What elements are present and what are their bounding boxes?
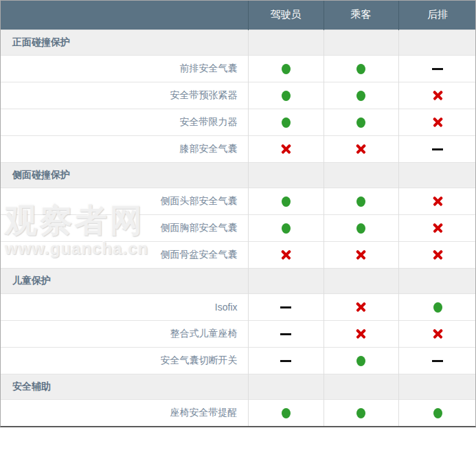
section-empty-cell [248, 162, 324, 188]
table-row: 侧面头部安全气囊 [1, 188, 476, 214]
available-dot-icon [356, 64, 365, 74]
unavailable-cross-icon [355, 328, 367, 340]
unavailable-cross-icon [432, 328, 444, 340]
not-applicable-dash-icon [432, 360, 443, 362]
unavailable-cross-icon [432, 223, 444, 234]
unavailable-cross-icon [432, 196, 444, 207]
available-dot-icon [282, 223, 291, 234]
header-feature-column [1, 1, 248, 30]
value-cell [248, 320, 324, 347]
value-cell [324, 293, 398, 320]
unavailable-cross-icon [280, 144, 292, 155]
value-cell [398, 188, 476, 214]
table-row: 整合式儿童座椅 [1, 320, 476, 347]
feature-label: 座椅安全带提醒 [1, 399, 248, 426]
feature-label: 整合式儿童座椅 [1, 320, 248, 347]
unavailable-cross-icon [280, 249, 292, 261]
unavailable-cross-icon [432, 90, 444, 102]
available-dot-icon [356, 223, 365, 234]
table-row: 安全气囊切断开关 [1, 347, 476, 374]
feature-label: 安全带限力器 [1, 109, 248, 135]
feature-label: 安全气囊切断开关 [1, 347, 248, 374]
unavailable-cross-icon [355, 302, 367, 313]
value-cell [248, 241, 324, 268]
value-cell [398, 399, 476, 426]
available-dot-icon [282, 64, 291, 74]
table-row: 侧面胸部安全气囊 [1, 214, 476, 241]
available-dot-icon [282, 408, 291, 418]
feature-label: Isofix [1, 293, 248, 320]
section-empty-cell [248, 374, 324, 399]
section-empty-cell [398, 374, 476, 399]
value-cell [324, 188, 398, 214]
value-cell [324, 241, 398, 268]
not-applicable-dash-icon [280, 306, 291, 308]
header-passenger: 乘客 [324, 1, 398, 30]
value-cell [248, 55, 324, 82]
value-cell [398, 320, 476, 347]
section-title: 侧面碰撞保护 [1, 162, 248, 188]
section-empty-cell [324, 162, 398, 188]
value-cell [398, 293, 476, 320]
table-row: 侧面骨盆安全气囊 [1, 241, 476, 268]
value-cell [248, 135, 324, 162]
section-empty-cell [324, 374, 398, 399]
value-cell [398, 347, 476, 374]
value-cell [248, 214, 324, 241]
available-dot-icon [356, 356, 365, 366]
not-applicable-dash-icon [280, 360, 291, 362]
safety-feature-table: 驾驶员 乘客 后排 正面碰撞保护前排安全气囊安全带预张紧器安全带限力器膝部安全气… [0, 0, 476, 427]
value-cell [324, 55, 398, 82]
value-cell [324, 214, 398, 241]
feature-label: 侧面胸部安全气囊 [1, 214, 248, 241]
value-cell [398, 241, 476, 268]
table-row: 前排安全气囊 [1, 55, 476, 82]
value-cell [324, 82, 398, 109]
feature-label: 前排安全气囊 [1, 55, 248, 82]
value-cell [398, 82, 476, 109]
section-empty-cell [324, 30, 398, 55]
section-title: 安全辅助 [1, 374, 248, 399]
value-cell [398, 214, 476, 241]
value-cell [248, 188, 324, 214]
feature-label: 膝部安全气囊 [1, 135, 248, 162]
table-row: 安全带预张紧器 [1, 82, 476, 109]
value-cell [324, 135, 398, 162]
value-cell [324, 347, 398, 374]
value-cell [324, 399, 398, 426]
value-cell [324, 320, 398, 347]
not-applicable-dash-icon [432, 148, 443, 150]
table-row: Isofix [1, 293, 476, 320]
available-dot-icon [433, 408, 442, 418]
value-cell [324, 109, 398, 135]
section-empty-cell [248, 30, 324, 55]
header-rear: 后排 [398, 1, 476, 30]
safety-comparison-table: 驾驶员 乘客 后排 正面碰撞保护前排安全气囊安全带预张紧器安全带限力器膝部安全气… [1, 1, 476, 426]
unavailable-cross-icon [355, 144, 367, 155]
not-applicable-dash-icon [280, 333, 291, 335]
value-cell [248, 109, 324, 135]
section-title: 正面碰撞保护 [1, 30, 248, 55]
header-row: 驾驶员 乘客 后排 [1, 1, 476, 30]
section-empty-cell [398, 162, 476, 188]
feature-label: 安全带预张紧器 [1, 82, 248, 109]
feature-label: 侧面骨盆安全气囊 [1, 241, 248, 268]
available-dot-icon [282, 117, 291, 128]
unavailable-cross-icon [355, 249, 367, 261]
table-row: 座椅安全带提醒 [1, 399, 476, 426]
section-empty-cell [324, 268, 398, 293]
section-row: 侧面碰撞保护 [1, 162, 476, 188]
section-title: 儿童保护 [1, 268, 248, 293]
available-dot-icon [433, 302, 442, 313]
available-dot-icon [356, 196, 365, 207]
section-row: 正面碰撞保护 [1, 30, 476, 55]
unavailable-cross-icon [432, 117, 444, 128]
available-dot-icon [356, 408, 365, 418]
header-driver: 驾驶员 [248, 1, 324, 30]
section-empty-cell [398, 30, 476, 55]
available-dot-icon [282, 91, 291, 101]
available-dot-icon [356, 117, 365, 128]
section-empty-cell [398, 268, 476, 293]
section-row: 儿童保护 [1, 268, 476, 293]
available-dot-icon [356, 91, 365, 101]
